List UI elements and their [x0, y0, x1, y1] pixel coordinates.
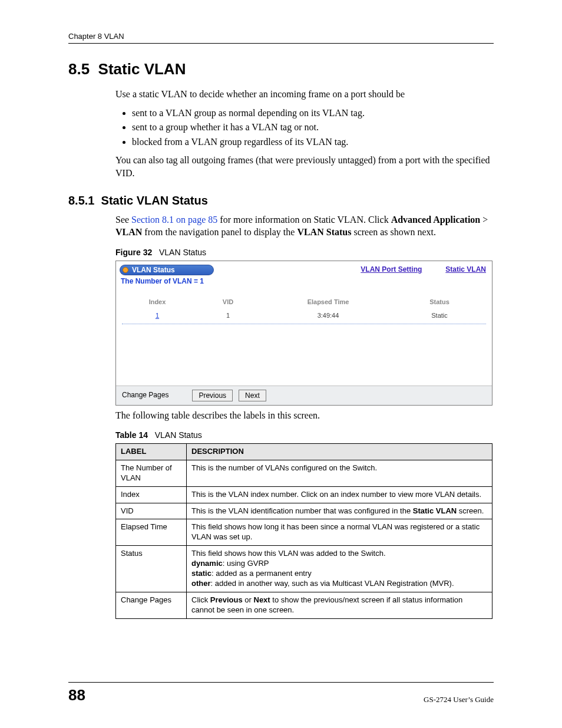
guide-name: GS-2724 User’s Guide — [424, 695, 494, 704]
text: screen as shown next. — [351, 227, 436, 237]
text: : added as a permanent entry — [211, 569, 312, 578]
text: This field shows how long it has been si… — [191, 522, 480, 541]
vlan-count-label: The Number of VLAN = 1 — [121, 276, 214, 286]
table-row: VIDThis is the VLAN identification numbe… — [116, 503, 492, 519]
table-title: VLAN Status — [155, 430, 202, 440]
bold-term: Next — [254, 595, 270, 604]
vlan-status-table: Index VID Elapsed Time Status 1 1 3:49:4… — [122, 295, 486, 324]
cell-label: Elapsed Time — [116, 519, 187, 546]
cell-label: Change Pages — [116, 592, 187, 618]
cell-description: This is the VLAN identification number t… — [187, 503, 492, 519]
subsection-paragraph: See Section 8.1 on page 85 for more info… — [115, 213, 494, 239]
bullet-item: blocked from a VLAN group regardless of … — [132, 136, 494, 149]
text: See — [115, 215, 131, 225]
next-button[interactable]: Next — [239, 390, 266, 401]
text: : added in another way, such as via Mult… — [211, 579, 454, 588]
row-divider — [122, 324, 486, 324]
intro-paragraph: Use a static VLAN to decide whether an i… — [115, 88, 494, 101]
text: from the navigation panel to display the — [142, 227, 297, 237]
text: This is the VLAN index number. Click on … — [191, 490, 481, 499]
section-heading: 8.5 Static VLAN — [68, 60, 494, 78]
vlan-port-setting-link[interactable]: VLAN Port Setting — [361, 265, 422, 274]
text: or — [243, 595, 254, 604]
th-description: DESCRIPTION — [187, 444, 492, 460]
text: > — [480, 215, 488, 225]
bold-term: Static VLAN — [413, 506, 457, 515]
intro-paragraph-2: You can also tag all outgoing frames (th… — [115, 154, 494, 179]
figure-caption: Figure 32 VLAN Status — [115, 247, 494, 258]
page-footer: 88 GS-2724 User’s Guide — [68, 682, 494, 704]
cell-label: Index — [116, 486, 187, 503]
table-number: Table 14 — [115, 430, 148, 440]
cell-label: The Number of VLAN — [116, 460, 187, 486]
cell-description: Click Previous or Next to show the previ… — [187, 592, 492, 618]
subsection-heading: 8.5.1 Static VLAN Status — [68, 194, 494, 207]
table-row: StatusThis field shows how this VLAN was… — [116, 546, 492, 592]
cell-elapsed: 3:49:44 — [263, 311, 393, 320]
th-label: LABEL — [116, 444, 187, 460]
bold-term: static — [191, 569, 211, 578]
panel-title-tab: VLAN Status — [120, 265, 214, 275]
cell-description: This is the VLAN index number. Click on … — [187, 486, 492, 503]
table-row: Change PagesClick Previous or Next to sh… — [116, 592, 492, 618]
cell-description: This field shows how this VLAN was added… — [187, 546, 492, 592]
figure-number: Figure 32 — [115, 248, 152, 257]
table-caption: Table 14 VLAN Status — [115, 430, 494, 441]
cell-description: This is the number of VLANs configured o… — [187, 460, 492, 486]
text: This is the VLAN identification number t… — [191, 506, 413, 515]
cell-label: VID — [116, 503, 187, 519]
subsection-number: 8.5.1 — [68, 194, 94, 207]
description-table: LABEL DESCRIPTION The Number of VLANThis… — [115, 443, 492, 619]
col-header-elapsed: Elapsed Time — [263, 298, 393, 307]
spacer — [116, 327, 492, 386]
subsection-title: Static VLAN Status — [101, 194, 208, 207]
change-pages-label: Change Pages — [122, 390, 168, 400]
vlan-index-link[interactable]: 1 — [156, 312, 159, 319]
text: : using GVRP — [223, 559, 269, 568]
ui-term: VLAN — [115, 227, 142, 237]
bullet-item: sent to a group whether it has a VLAN ta… — [132, 121, 494, 134]
col-header-index: Index — [122, 298, 193, 307]
cross-reference-link[interactable]: Section 8.1 on page 85 — [131, 215, 217, 225]
table-row: 1 1 3:49:44 Static — [122, 309, 486, 322]
table-row: The Number of VLANThis is the number of … — [116, 460, 492, 486]
text: Click — [191, 595, 210, 604]
section-title: Static VLAN — [98, 60, 186, 78]
section-number: 8.5 — [68, 60, 90, 78]
page-number: 88 — [68, 686, 85, 704]
bold-term: other — [191, 579, 211, 588]
ui-term: Advanced Application — [391, 215, 481, 225]
table-row: IndexThis is the VLAN index number. Clic… — [116, 486, 492, 503]
figure-title: VLAN Status — [159, 248, 206, 257]
text: screen. — [457, 506, 484, 515]
ui-term: VLAN Status — [297, 227, 351, 237]
table-row: Elapsed TimeThis field shows how long it… — [116, 519, 492, 546]
panel-dot-icon — [123, 267, 128, 273]
cell-label: Status — [116, 546, 187, 592]
cell-vid: 1 — [193, 311, 263, 320]
vlan-status-figure: VLAN Status The Number of VLAN = 1 VLAN … — [115, 261, 492, 406]
static-vlan-link[interactable]: Static VLAN — [445, 265, 486, 274]
after-figure-paragraph: The following table describes the labels… — [115, 409, 494, 422]
panel-title: VLAN Status — [132, 265, 175, 275]
cell-status: Static — [393, 311, 486, 320]
text: This field shows how this VLAN was added… — [191, 549, 386, 558]
previous-button[interactable]: Previous — [192, 390, 233, 401]
text: This is the number of VLANs configured o… — [191, 463, 377, 472]
col-header-status: Status — [393, 298, 486, 307]
bullet-item: sent to a VLAN group as normal depending… — [132, 107, 494, 120]
bold-term: dynamic — [191, 559, 223, 568]
bullet-list: sent to a VLAN group as normal depending… — [115, 107, 494, 149]
bold-term: Previous — [210, 595, 243, 604]
text: for more information on Static VLAN. Cli… — [217, 215, 391, 225]
col-header-vid: VID — [193, 298, 263, 307]
running-head: Chapter 8 VLAN — [68, 32, 494, 44]
cell-description: This field shows how long it has been si… — [187, 519, 492, 546]
